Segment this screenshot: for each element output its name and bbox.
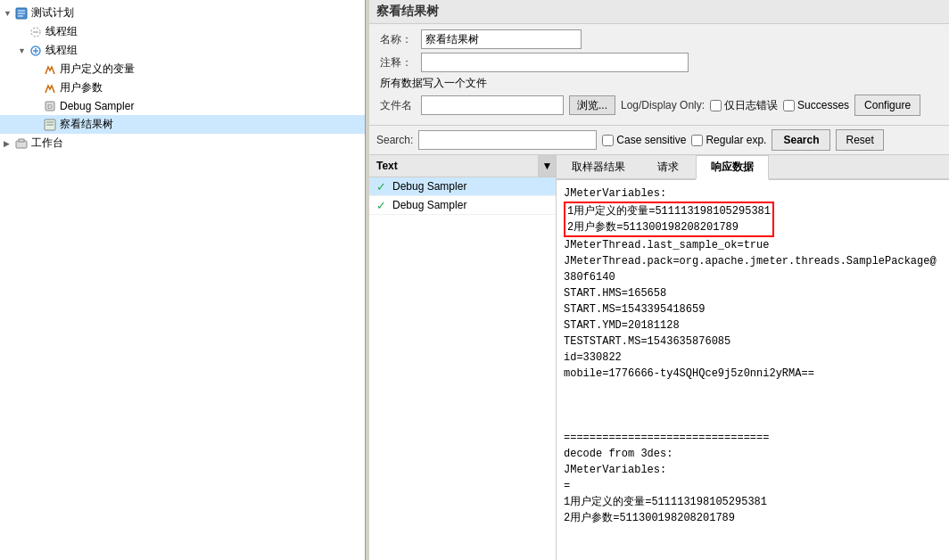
tab-response-data[interactable]: 响应数据: [696, 155, 769, 180]
title-bar: 察看结果树: [369, 0, 949, 24]
svg-rect-15: [19, 139, 24, 142]
plan-icon: [14, 6, 29, 21]
page-title: 察看结果树: [376, 4, 439, 18]
user-vars-icon: [43, 62, 57, 77]
name-row: 名称：: [380, 29, 938, 49]
result-item-0[interactable]: ✓ Debug Sampler: [369, 177, 556, 196]
result-item-1[interactable]: ✓ Debug Sampler: [369, 196, 556, 215]
sidebar-item-test-plan[interactable]: ▼ 测试计划: [0, 4, 365, 22]
sidebar-item-label-results-tree: 察看结果树: [60, 117, 113, 132]
case-sensitive-label: Case sensitive: [616, 134, 686, 146]
sidebar-item-results-tree[interactable]: 察看结果树: [0, 115, 365, 134]
regular-exp-label: Regular exp.: [706, 134, 766, 146]
log-errors-group: 仅日志错误: [710, 98, 778, 113]
successes-group: Successes: [783, 99, 849, 111]
results-list: Text ▼ ✓ Debug Sampler ✓ Debug Sampler: [369, 155, 557, 560]
case-sensitive-group: Case sensitive: [602, 134, 686, 146]
result-label-1: Debug Sampler: [392, 199, 466, 211]
log-errors-label: 仅日志错误: [724, 98, 778, 113]
user-params-icon: [43, 81, 57, 95]
debug-sampler-icon: D: [43, 99, 57, 113]
sidebar-item-label-workbench: 工作台: [31, 136, 63, 151]
tab-request[interactable]: 请求: [642, 155, 694, 178]
tab-label-sampler: 取样器结果: [572, 161, 625, 173]
results-header-text: Text: [369, 156, 538, 176]
successes-label: Successes: [797, 99, 849, 111]
comment-label: 注释：: [380, 55, 416, 70]
sidebar-item-label-user-params: 用户参数: [60, 80, 103, 95]
expand-arrow-wb: ▶: [4, 139, 14, 148]
tabs-bar: 取样器结果 请求 响应数据: [557, 155, 949, 180]
expand-arrow-thread: ▼: [18, 46, 29, 55]
tab-label-request: 请求: [657, 161, 679, 173]
log-errors-checkbox[interactable]: [710, 100, 722, 111]
search-bar: Search: Case sensitive Regular exp. Sear…: [369, 126, 949, 155]
sidebar-item-thread-line[interactable]: 线程组: [0, 22, 365, 41]
file-input[interactable]: [421, 95, 564, 115]
dropdown-arrow-icon: ▼: [542, 160, 553, 172]
file-section-label: 所有数据写入一个文件: [380, 76, 487, 91]
right-panel: 察看结果树 名称： 注释： 所有数据写入一个文件 文件名 浏览... Log/D…: [369, 0, 949, 560]
file-row: 文件名 浏览... Log/Display Only: 仅日志错误 Succes…: [380, 95, 938, 116]
workbench-icon: [14, 136, 29, 151]
comment-input[interactable]: [421, 53, 689, 72]
sidebar-item-label-test-plan: 测试计划: [31, 5, 74, 21]
expand-arrow-test-plan: ▼: [4, 9, 14, 18]
sidebar-item-workbench[interactable]: ▶ 工作台: [0, 134, 365, 152]
regular-exp-group: Regular exp.: [691, 134, 766, 146]
sidebar-item-debug-sampler[interactable]: D Debug Sampler: [0, 97, 365, 115]
sidebar-item-user-params[interactable]: 用户参数: [0, 78, 365, 97]
search-label: Search:: [376, 134, 413, 146]
sidebar-item-label-user-vars: 用户定义的变量: [60, 62, 135, 77]
successes-checkbox[interactable]: [783, 100, 795, 111]
file-label: 文件名: [380, 98, 416, 113]
sidebar-item-user-vars[interactable]: 用户定义的变量: [0, 60, 365, 78]
result-label-0: Debug Sampler: [392, 180, 466, 193]
sidebar-item-label-debug: Debug Sampler: [60, 100, 134, 112]
name-input[interactable]: [421, 29, 582, 49]
results-area: Text ▼ ✓ Debug Sampler ✓ Debug Sampler: [369, 155, 949, 560]
result-icon-1: ✓: [376, 199, 389, 211]
thread-group-icon: [29, 44, 43, 58]
regular-exp-checkbox[interactable]: [691, 135, 703, 146]
form-area: 名称： 注释： 所有数据写入一个文件 文件名 浏览... Log/Display…: [369, 24, 949, 126]
reset-button[interactable]: Reset: [836, 129, 883, 151]
sidebar-item-label-thread-group: 线程组: [45, 43, 78, 58]
name-label: 名称：: [380, 32, 416, 47]
configure-button[interactable]: Configure: [854, 95, 920, 116]
tab-sampler-result[interactable]: 取样器结果: [557, 155, 640, 178]
tab-content-area: JMeterVariables: 1用户定义的变量=51111319810529…: [557, 180, 949, 560]
browse-button[interactable]: 浏览...: [569, 95, 615, 115]
sidebar-item-thread-group[interactable]: ▼ 线程组: [0, 41, 365, 60]
sidebar-item-label-thread-line: 线程组: [45, 24, 78, 39]
results-list-header: Text ▼: [369, 155, 556, 177]
results-tree-icon: [43, 118, 57, 132]
results-items-container: ✓ Debug Sampler ✓ Debug Sampler: [369, 177, 556, 560]
tabs-panel: 取样器结果 请求 响应数据 JMeterVariables: 1用户定义的变量=…: [557, 155, 949, 560]
svg-text:D: D: [47, 103, 53, 111]
case-sensitive-checkbox[interactable]: [602, 135, 614, 146]
sidebar: ▼ 测试计划 线程组 ▼ 线程组: [0, 0, 366, 560]
results-dropdown-btn[interactable]: ▼: [538, 155, 556, 177]
thread-line-icon: [29, 25, 43, 39]
comment-row: 注释：: [380, 53, 938, 72]
search-button[interactable]: Search: [772, 129, 830, 151]
log-display-label: Log/Display Only:: [621, 99, 705, 111]
result-icon-0: ✓: [376, 180, 389, 193]
file-section-row: 所有数据写入一个文件: [380, 76, 938, 91]
search-input[interactable]: [418, 130, 597, 150]
tab-label-response: 响应数据: [711, 161, 754, 173]
